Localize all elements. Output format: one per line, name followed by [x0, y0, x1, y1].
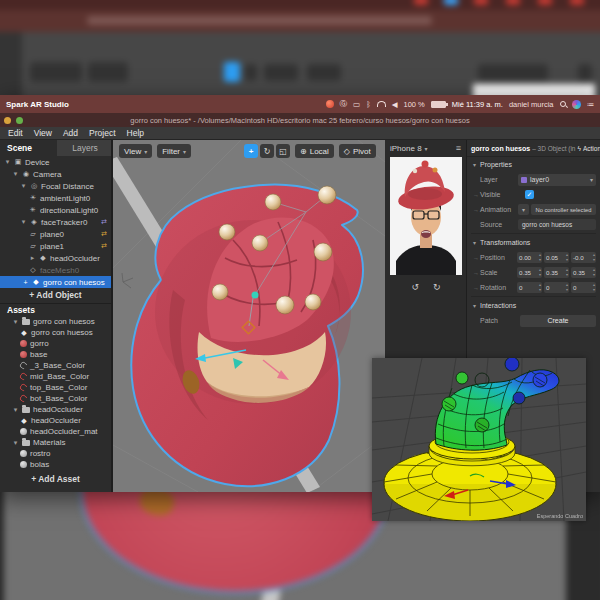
scale-z-stepper[interactable]: 0.35▴▾ [571, 267, 596, 278]
scale-tool-button[interactable]: ◱ [276, 144, 290, 158]
asset-material-gorro[interactable]: gorro [0, 338, 111, 349]
volume-icon[interactable]: ◀ [392, 100, 398, 109]
asset-mesh-headoccluder[interactable]: ◆ headOccluder [0, 415, 111, 426]
asset-texture-3-base-color[interactable]: _3_Base_Color [0, 360, 111, 371]
viewport-3d[interactable]: View ▾ Filter ▾ + ↻ ◱ ⊕ Local [113, 140, 385, 492]
scale-y-stepper[interactable]: 0.35▴▾ [544, 267, 569, 278]
zoom-button[interactable] [16, 117, 23, 124]
asset-folder-headoccluder[interactable]: ▾ headOccluder [0, 404, 111, 415]
bluetooth-icon[interactable]: ᛒ [366, 100, 371, 109]
section-transformations[interactable]: ▾ Transformations [467, 235, 600, 250]
asset-folder-materials[interactable]: ▾ Materials [0, 437, 111, 448]
add-asset-button[interactable]: + Add Asset [0, 472, 111, 485]
rotation-y-stepper[interactable]: 0▴▾ [544, 282, 569, 293]
tab-layers[interactable]: Layers [57, 140, 113, 156]
scene-item-ambientlight[interactable]: ☀ ambientLight0 [0, 192, 111, 204]
scene-item-plane0[interactable]: ▱ plane0 ⇄ [0, 228, 111, 240]
search-icon[interactable] [560, 101, 566, 107]
menu-add[interactable]: Add [63, 128, 78, 138]
record-app-icon[interactable] [326, 100, 334, 108]
scene-item-camera[interactable]: ▾ ◉ Camera [0, 168, 111, 180]
create-patch-button[interactable]: Create [520, 315, 596, 327]
filter-dropdown[interactable]: Filter ▾ [157, 144, 191, 158]
menu-view[interactable]: View [34, 128, 52, 138]
controller-icon[interactable]: Ⓖ [340, 99, 348, 109]
menubar-clock[interactable]: Mié 11:39 a. m. [452, 100, 503, 109]
simulator-menu-icon[interactable]: ≡ [456, 143, 461, 153]
view-dropdown[interactable]: View ▾ [119, 144, 152, 158]
patch-arrow-icon[interactable]: → [473, 255, 480, 261]
wifi-icon[interactable] [377, 101, 386, 107]
section-properties[interactable]: ▾ Properties [467, 157, 600, 172]
asset-material-bolas[interactable]: bolas [0, 459, 111, 470]
blurred-button [30, 62, 82, 82]
asset-folder-gorro-con-huesos[interactable]: ▾ gorro con huesos [0, 316, 111, 327]
blurred-dock-icon [414, 0, 428, 5]
caret-right-icon[interactable]: ▸ [29, 254, 36, 262]
pivot-toggle[interactable]: ◇ Pivot [339, 144, 376, 158]
menu-help[interactable]: Help [127, 128, 144, 138]
caret-down-icon[interactable]: ▾ [20, 218, 27, 226]
source-field[interactable]: gorro con huesos [518, 219, 596, 230]
scene-item-label: faceMesh0 [40, 266, 79, 275]
rotation-z-stepper[interactable]: 0▴▾ [571, 282, 596, 293]
patch-arrow-icon[interactable]: → [473, 192, 480, 198]
scene-item-directionallight[interactable]: ✳ directionalLight0 [0, 204, 111, 216]
minimize-button[interactable] [4, 117, 11, 124]
position-z-stepper[interactable]: -0.0▴▾ [571, 252, 596, 263]
move-tool-button[interactable]: + [244, 144, 258, 158]
asset-mesh-gorro-con-huesos[interactable]: ◆ gorro con huesos [0, 327, 111, 338]
scene-item-headoccluder[interactable]: ▸ ◆ headOccluder [0, 252, 111, 264]
menubar-app-name[interactable]: Spark AR Studio [6, 100, 69, 109]
add-object-button[interactable]: + Add Object [0, 288, 111, 301]
rotate-tool-button[interactable]: ↻ [260, 144, 274, 158]
animation-controller-button[interactable]: No controller selected [531, 204, 596, 215]
tab-scene[interactable]: Scene [7, 143, 32, 153]
asset-material-rostro[interactable]: rostro [0, 448, 111, 459]
asset-material-base[interactable]: base [0, 349, 111, 360]
visible-checkbox[interactable]: ✓ [525, 190, 534, 199]
patch-arrow-icon[interactable]: → [473, 285, 480, 291]
asset-texture-mid-base-color[interactable]: mid_Base_Color [0, 371, 111, 382]
patch-arrow-icon[interactable]: → [473, 270, 480, 276]
scene-item-focal-distance[interactable]: ▾ ◎ Focal Distance [0, 180, 111, 192]
asset-texture-top-base-color[interactable]: top_Base_Color [0, 382, 111, 393]
patch-arrow-icon[interactable]: → [473, 207, 480, 213]
menubar-user[interactable]: daniel murcia [509, 100, 554, 109]
caret-down-icon[interactable]: ▾ [12, 439, 19, 447]
section-interactions[interactable]: ▾ Interactions [467, 298, 600, 313]
asset-material-headoccluder-mat[interactable]: headOccluder_mat [0, 426, 111, 437]
menu-project[interactable]: Project [89, 128, 115, 138]
control-center-icon[interactable]: ≔ [587, 100, 595, 109]
caret-down-icon[interactable]: ▾ [20, 182, 27, 190]
asset-texture-bot-base-color[interactable]: bot_Base_Color [0, 393, 111, 404]
animation-mode-dropdown[interactable]: ▾ [518, 204, 529, 215]
caret-down-icon[interactable]: ▾ [12, 406, 19, 414]
device-selector[interactable]: iPhone 8 [390, 144, 422, 153]
siri-icon[interactable] [572, 100, 581, 109]
wireframe-overlay-window[interactable]: Esperando Cuadro [372, 358, 586, 521]
restart-icon[interactable]: ↻ [433, 282, 441, 292]
scale-x-stepper[interactable]: 0.35▴▾ [517, 267, 542, 278]
position-x-stepper[interactable]: 0.00▴▾ [517, 252, 542, 263]
scene-item-plane1[interactable]: ▱ plane1 ⇄ [0, 240, 111, 252]
camera-flip-icon[interactable]: ↺ [411, 282, 419, 292]
expand-icon[interactable]: + [22, 279, 29, 286]
caret-down-icon[interactable]: ▾ [12, 318, 19, 326]
scene-item-facemesh[interactable]: ◇ faceMesh0 [0, 264, 111, 276]
display-mirroring-icon[interactable]: ▭ [353, 100, 360, 109]
caret-down-icon[interactable]: ▾ [12, 170, 19, 178]
rotation-x-stepper[interactable]: 0▴▾ [517, 282, 542, 293]
menu-edit[interactable]: Edit [8, 128, 23, 138]
scene-item-device[interactable]: ▾ ▣ Device [0, 156, 111, 168]
viewport-canvas[interactable] [113, 140, 385, 492]
scene-item-facetracker[interactable]: ▾ ◈ faceTracker0 ⇄ [0, 216, 111, 228]
position-y-stepper[interactable]: 0.05▴▾ [544, 252, 569, 263]
document-titlebar[interactable]: gorro con huesos* - /Volumes/Macintosh H… [0, 113, 600, 127]
blurred-dropdown [478, 64, 548, 81]
actions-menu[interactable]: ϟ Actions [577, 145, 600, 152]
caret-down-icon[interactable]: ▾ [4, 158, 11, 166]
layer-dropdown[interactable]: layer0 ▾ [518, 174, 596, 186]
local-global-toggle[interactable]: ⊕ Local [295, 144, 334, 158]
scene-item-gorro-con-huesos[interactable]: + ◆ gorro con huesos [0, 276, 111, 288]
